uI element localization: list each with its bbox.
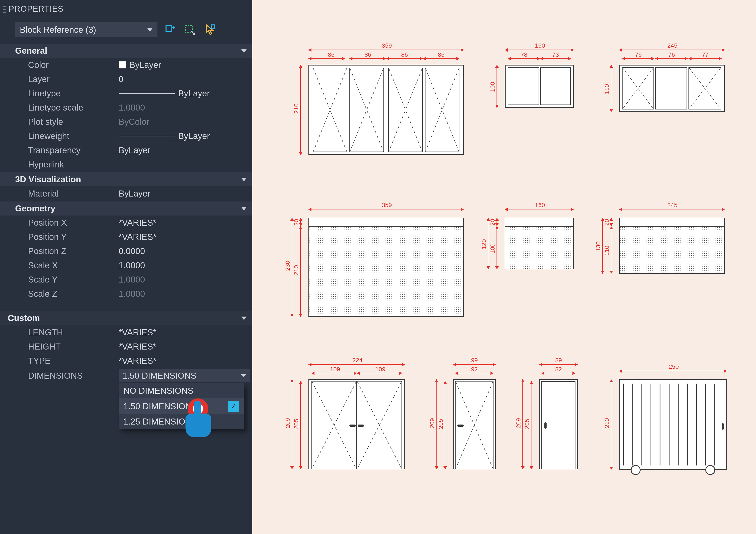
- prop-length[interactable]: LENGTH*VARIES*: [0, 325, 252, 340]
- prop-pos-z[interactable]: Position Z0.0000: [0, 244, 252, 258]
- handle-icon: [722, 423, 724, 430]
- dimensions-option-125[interactable]: 1.25 DIMENSIONS: [119, 414, 244, 429]
- wheel-icon: [631, 465, 641, 475]
- prop-linetype[interactable]: Linetype ByLayer: [0, 86, 252, 100]
- lineweight-preview-icon: [119, 136, 175, 137]
- dimensions-option-150[interactable]: 1.50 DIMENSIONS ✓: [119, 398, 244, 414]
- svg-rect-0: [166, 25, 172, 31]
- chevron-down-icon: [147, 28, 153, 32]
- svg-rect-25: [505, 227, 573, 269]
- check-icon: ✓: [228, 401, 239, 412]
- handle-icon: [544, 422, 547, 429]
- chevron-down-icon: [241, 317, 247, 320]
- prop-height[interactable]: HEIGHT*VARIES*: [0, 340, 252, 354]
- prop-hyperlink[interactable]: Hyperlink: [0, 157, 252, 171]
- pane: [425, 68, 459, 152]
- section-geometry-title: Geometry: [15, 204, 55, 213]
- pane: [349, 68, 384, 152]
- section-general-header[interactable]: General: [0, 44, 252, 58]
- svg-rect-4: [212, 25, 215, 29]
- properties-panel: PROPERTIES Block Reference (3) General C…: [0, 0, 252, 534]
- prop-pos-y[interactable]: Position Y*VARIES*: [0, 230, 252, 244]
- prop-scale-y[interactable]: Scale Y1.0000: [0, 272, 252, 287]
- svg-rect-24: [309, 227, 463, 316]
- handle-icon: [358, 424, 364, 427]
- handle-icon: [349, 424, 356, 427]
- chevron-down-icon: [241, 374, 246, 377]
- prop-dimensions[interactable]: DIMENSIONS 1.50 DIMENSIONS: [0, 368, 252, 383]
- quick-select-icon[interactable]: [183, 23, 196, 36]
- toggle-pickapp-icon[interactable]: [164, 23, 177, 36]
- linetype-preview-icon: [119, 93, 175, 94]
- dimensions-dropdown-list: NO DIMENSIONS 1.50 DIMENSIONS ✓ 1.25 DIM…: [119, 383, 244, 429]
- chevron-down-icon: [241, 207, 247, 210]
- section-custom-title: Custom: [8, 313, 40, 323]
- chevron-down-icon: [241, 178, 247, 181]
- pane: [388, 68, 423, 152]
- dimensions-option-none[interactable]: NO DIMENSIONS: [119, 383, 244, 398]
- section-general-title: General: [15, 46, 47, 56]
- svg-rect-26: [620, 227, 724, 273]
- prop-transparency[interactable]: Transparency ByLayer: [0, 143, 252, 157]
- section-custom-header[interactable]: Custom: [0, 311, 252, 325]
- section-3dvis-title: 3D Visualization: [15, 175, 81, 184]
- color-swatch-icon: [119, 61, 126, 68]
- prop-color[interactable]: Color ByLayer: [0, 58, 252, 72]
- prop-ltscale[interactable]: Linetype scale 1.0000: [0, 100, 252, 114]
- drawing-canvas[interactable]: 359 86 86 86 86 210 160 78 73 100 245 76…: [252, 0, 756, 534]
- selection-value: Block Reference (3): [20, 25, 96, 35]
- select-objects-icon[interactable]: [203, 23, 216, 36]
- section-geometry-header[interactable]: Geometry: [0, 201, 252, 216]
- selection-dropdown[interactable]: Block Reference (3): [15, 22, 157, 37]
- grip-icon[interactable]: [3, 5, 6, 13]
- pane: [688, 67, 721, 110]
- prop-scale-x[interactable]: Scale X1.0000: [0, 258, 252, 272]
- pane: [313, 68, 347, 152]
- panel-title: PROPERTIES: [9, 4, 64, 13]
- prop-lineweight[interactable]: Lineweight ByLayer: [0, 129, 252, 143]
- prop-layer[interactable]: Layer 0: [0, 72, 252, 86]
- section-3dvis-header[interactable]: 3D Visualization: [0, 172, 252, 187]
- wheel-icon: [705, 465, 715, 475]
- chevron-down-icon: [241, 49, 247, 53]
- pane: [622, 67, 654, 110]
- prop-plotstyle[interactable]: Plot style ByColor: [0, 114, 252, 129]
- prop-type[interactable]: TYPE*VARIES*: [0, 354, 252, 368]
- selection-row: Block Reference (3): [0, 18, 252, 43]
- prop-scale-z[interactable]: Scale Z1.0000: [0, 287, 252, 301]
- prop-pos-x[interactable]: Position X*VARIES*: [0, 216, 252, 230]
- handle-icon: [457, 424, 464, 427]
- panel-title-bar[interactable]: PROPERTIES: [0, 0, 252, 18]
- prop-material[interactable]: Material ByLayer: [0, 187, 252, 201]
